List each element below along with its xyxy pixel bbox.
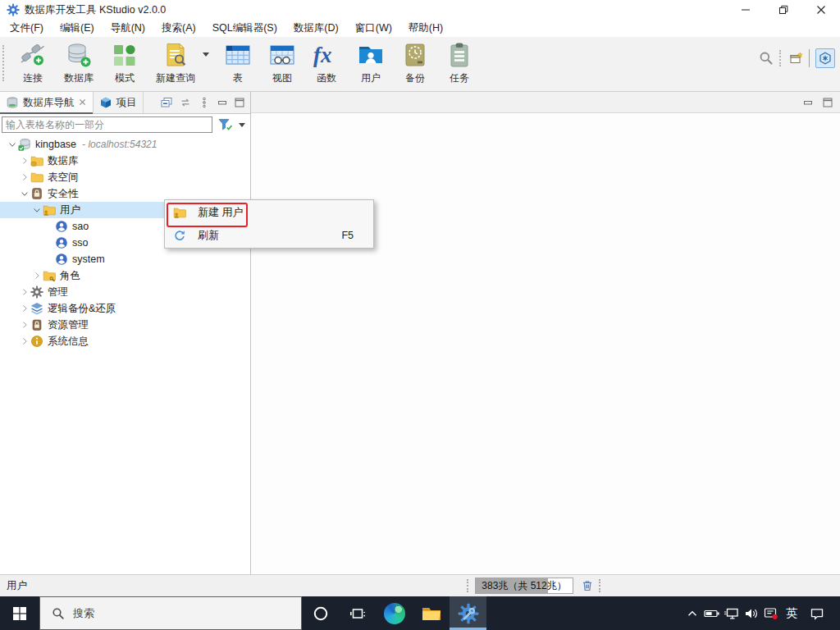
context-menu-item-0[interactable]: 新建 用户 — [165, 201, 373, 224]
user-button[interactable]: 用户 — [349, 40, 393, 86]
tree-twisty-icon[interactable] — [19, 336, 30, 347]
menu-item-3[interactable]: 搜索(A) — [153, 20, 204, 37]
tree-item-资源管理[interactable]: 资源管理 — [0, 317, 250, 333]
screen: 数据库开发工具 KStudio v2.0.0 文件(F)编辑(E)导航(N)搜索… — [0, 0, 840, 630]
menu-item-2[interactable]: 导航(N) — [103, 20, 153, 37]
editor-area — [251, 92, 840, 574]
tab-project[interactable]: 项目 — [94, 92, 144, 113]
battery-button[interactable] — [702, 605, 722, 622]
tab-label: 项目 — [116, 96, 137, 110]
database-label: 数据库 — [64, 71, 94, 85]
filter-dropdown-caret[interactable] — [239, 123, 245, 127]
language-indicator[interactable]: 英 — [781, 606, 802, 621]
filter-icon[interactable] — [218, 117, 233, 132]
tree-twisty-icon[interactable] — [31, 270, 43, 281]
menu-item-1[interactable]: 编辑(E) — [52, 20, 103, 37]
titlebar: 数据库开发工具 KStudio v2.0.0 — [0, 0, 840, 20]
tab-close-icon[interactable] — [79, 98, 87, 107]
database-button[interactable]: 数据库 — [55, 40, 103, 86]
tree-twisty-icon[interactable] — [19, 171, 30, 183]
action-center-button[interactable] — [802, 606, 832, 621]
app-icon — [7, 3, 20, 16]
tree-item-逻辑备份&还原[interactable]: 逻辑备份&还原 — [0, 300, 250, 317]
task-label: 任务 — [450, 71, 469, 85]
tree-twisty-icon[interactable] — [19, 155, 30, 167]
tree-twisty-icon[interactable] — [7, 139, 18, 150]
new-query-label: 新建查询 — [156, 71, 195, 85]
tree-twisty-icon[interactable] — [31, 204, 43, 216]
minimize-button[interactable] — [727, 0, 765, 20]
tree-item-label: sao — [72, 221, 89, 232]
tree-twisty-icon[interactable] — [19, 286, 30, 298]
kstudio-taskbar-button[interactable] — [450, 596, 486, 630]
refresh-icon — [173, 229, 186, 242]
tree-item-管理[interactable]: 管理 — [0, 284, 250, 300]
menu-item-5[interactable]: 数据库(D) — [285, 20, 347, 37]
folder-user-icon — [43, 203, 56, 217]
toolbar-right — [759, 40, 840, 76]
view-menu-icon[interactable] — [198, 96, 211, 109]
context-menu-item-1[interactable]: 刷新F5 — [165, 224, 373, 247]
file-explorer-button[interactable] — [413, 596, 450, 630]
function-button[interactable]: fx函数 — [304, 40, 349, 86]
active-perspective-button[interactable] — [815, 48, 835, 68]
tray-expand-button[interactable] — [682, 607, 702, 620]
table-filter-input[interactable] — [2, 116, 212, 133]
editor-minimize-icon[interactable] — [802, 97, 814, 108]
person-icon — [55, 253, 68, 266]
tree-twisty-icon[interactable] — [19, 319, 30, 331]
battery-icon — [704, 605, 720, 622]
search-icon[interactable] — [759, 51, 774, 66]
tree-item-系统信息[interactable]: 系统信息 — [0, 333, 250, 349]
tree-item-system[interactable]: system — [0, 251, 250, 267]
taskbar-search[interactable]: 搜索 — [39, 596, 302, 630]
task-view-button[interactable] — [339, 596, 376, 630]
taskbar: 搜索 英 — [0, 596, 840, 630]
editor-maximize-icon[interactable] — [822, 97, 833, 108]
ime-button[interactable] — [761, 606, 781, 621]
edge-button[interactable] — [376, 596, 413, 630]
menu-item-6[interactable]: 窗口(W) — [347, 20, 400, 37]
tree-item-角色[interactable]: 角色 — [0, 267, 250, 284]
statusbar-selection: 用户 — [7, 579, 27, 593]
folder-db-icon — [30, 154, 43, 167]
schema-button[interactable]: 模式 — [103, 40, 147, 86]
new-query-dropdown-caret[interactable] — [203, 52, 209, 57]
cortana-button[interactable] — [302, 596, 339, 630]
project-cube-icon — [99, 96, 112, 109]
view-button[interactable]: 视图 — [260, 40, 304, 86]
panel-minimize-icon[interactable] — [217, 97, 228, 108]
start-button[interactable] — [0, 596, 39, 630]
trash-icon — [581, 579, 594, 592]
context-menu-item-label: 刷新 — [198, 228, 219, 243]
editor-header — [251, 92, 840, 113]
navigator-tabstrip: 数据库导航项目 — [0, 92, 250, 114]
tree-item-表空间[interactable]: 表空间 — [0, 169, 250, 185]
volume-button[interactable] — [742, 606, 761, 621]
close-button[interactable] — [802, 0, 840, 20]
garbage-collect-button[interactable] — [578, 578, 596, 594]
link-with-editor-icon[interactable] — [179, 96, 192, 109]
collapse-all-icon[interactable] — [160, 96, 173, 109]
tab-db-nav[interactable]: 数据库导航 — [0, 92, 94, 113]
tree-item-label: 逻辑备份&还原 — [48, 302, 116, 316]
network-button[interactable] — [722, 605, 742, 622]
tree-item-数据库[interactable]: 数据库 — [0, 153, 250, 169]
menu-item-4[interactable]: SQL编辑器(S) — [204, 20, 285, 37]
restore-button[interactable] — [765, 0, 802, 20]
open-perspective-icon[interactable] — [790, 52, 803, 65]
tree-twisty-icon[interactable] — [19, 303, 30, 314]
panel-maximize-icon[interactable] — [234, 97, 245, 108]
kstudio-icon — [458, 603, 479, 624]
tree-item-kingbase[interactable]: kingbase- localhost:54321 — [0, 136, 250, 153]
task-button[interactable]: 任务 — [437, 40, 482, 86]
taskbar-search-placeholder: 搜索 — [73, 606, 94, 621]
menu-item-0[interactable]: 文件(F) — [2, 20, 52, 37]
new-query-button[interactable]: 新建查询 — [147, 40, 204, 86]
connect-button[interactable]: 连接 — [11, 40, 55, 86]
table-button[interactable]: 表 — [216, 40, 260, 86]
menu-item-7[interactable]: 帮助(H) — [400, 20, 451, 37]
tree-twisty-icon[interactable] — [19, 188, 30, 199]
view-icon — [269, 42, 295, 68]
backup-button[interactable]: 备份 — [393, 40, 437, 86]
